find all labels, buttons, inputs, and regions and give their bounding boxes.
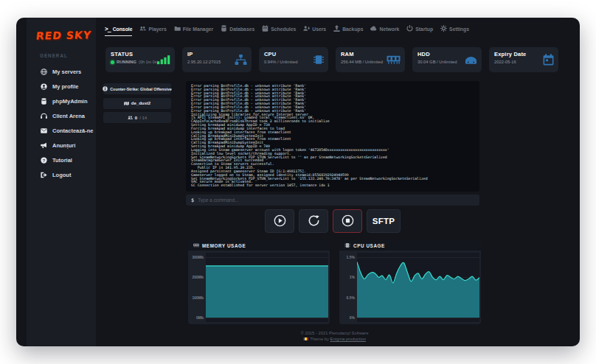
upload-icon — [333, 25, 340, 32]
cpu-plot-area — [357, 253, 479, 322]
sidebar-item-announcements[interactable]: Anunțuri — [27, 138, 96, 153]
console-log-text: Error parsing BotProfile.db - unknown at… — [191, 85, 474, 188]
romania-flag-icon — [303, 337, 308, 340]
network-icon — [235, 55, 247, 66]
logo-text: RED SKY — [35, 29, 92, 41]
y-axis-tick: 0.5% — [339, 295, 355, 300]
y-axis-tick: 0Mb — [188, 315, 204, 320]
tab-schedules[interactable]: Schedules — [262, 25, 296, 36]
y-axis-tick: 100Mb — [188, 295, 204, 300]
power-icon — [406, 25, 413, 32]
app-panel: RED SKY GENERAL My servers My profile ph… — [16, 18, 580, 346]
tab-players[interactable]: Players — [139, 25, 166, 36]
tab-label: Startup — [415, 27, 433, 32]
sidebar-item-label: Tutorial — [52, 157, 72, 164]
app-logo[interactable]: RED SKY — [35, 29, 97, 41]
contact-icon — [41, 127, 47, 134]
main-content: >_ Console Players File Manager Database… — [96, 18, 580, 346]
tab-label: File Manager — [183, 27, 214, 32]
chip-icon — [344, 242, 350, 248]
tab-network[interactable]: Network — [370, 25, 399, 36]
tab-file-manager[interactable]: File Manager — [174, 25, 214, 36]
sidebar-item-contact[interactable]: Contactează-ne — [27, 123, 96, 138]
calendar-icon — [543, 54, 554, 66]
memory-icon — [387, 55, 401, 64]
sftp-button[interactable]: SFTP — [367, 209, 401, 233]
sidebar-item-logout[interactable]: Logout — [27, 167, 96, 182]
start-button[interactable] — [265, 209, 294, 233]
theme-link[interactable]: Enigma production — [330, 337, 366, 341]
servers-icon — [41, 69, 47, 75]
restart-icon — [308, 214, 320, 227]
sftp-label: SFTP — [372, 217, 395, 225]
sidebar-item-label: Contactează-ne — [52, 127, 93, 134]
tab-startup[interactable]: Startup — [406, 25, 433, 36]
players-icon — [128, 115, 133, 120]
sidebar-item-my-profile[interactable]: My profile — [27, 79, 96, 94]
copyright-text: © 2015 - 2021 Pterodactyl Software — [188, 330, 481, 336]
command-bar: $ — [186, 195, 479, 206]
restart-button[interactable] — [299, 209, 328, 233]
sidebar-item-label: Anunțuri — [52, 142, 75, 149]
tab-label: Players — [148, 27, 166, 32]
game-name: Counter-Strike: Global Offensive — [110, 87, 172, 91]
status-card: STATUS RUNNING (0h 1m 0s) — [105, 47, 175, 72]
command-prompt: $ — [191, 197, 194, 203]
sidebar-item-client-arena[interactable]: Client Arena — [27, 108, 96, 123]
stop-button[interactable] — [333, 209, 362, 233]
chip-icon — [313, 54, 324, 66]
signal-bars-icon — [157, 55, 170, 65]
tab-console[interactable]: >_ Console — [105, 26, 132, 36]
sidebar-item-phpmyadmin[interactable]: phpMyAdmin — [27, 94, 96, 108]
tab-users[interactable]: Users — [303, 25, 326, 36]
sidebar-item-label: My servers — [52, 69, 81, 75]
client-arena-icon — [41, 113, 47, 119]
running-status-dot — [111, 60, 114, 64]
folder-icon — [174, 25, 181, 32]
y-axis-tick: 1% — [339, 275, 355, 279]
console-output[interactable]: Error parsing BotProfile.db - unknown at… — [186, 81, 479, 192]
tab-backups[interactable]: Backups — [333, 25, 363, 36]
tab-settings[interactable]: Settings — [440, 25, 469, 36]
sidebar-item-my-servers[interactable]: My servers — [27, 64, 96, 79]
sidebar-item-label: Logout — [52, 172, 71, 178]
tab-label: Users — [312, 27, 326, 32]
sidebar-item-label: phpMyAdmin — [52, 98, 88, 105]
players-online: 0 — [135, 116, 137, 120]
tab-label: Network — [379, 27, 399, 32]
map-name: de_dust2 — [131, 101, 150, 105]
game-name-chip: Counter-Strike: Global Offensive — [103, 83, 171, 94]
status-cards-row: STATUS RUNNING (0h 1m 0s) IP 2.95.20.12:… — [105, 47, 558, 72]
tab-label: Settings — [449, 27, 469, 32]
tab-databases[interactable]: Databases — [221, 25, 254, 36]
status-state: RUNNING — [117, 60, 136, 64]
logout-icon — [41, 172, 47, 178]
map-chip: de_dust2 — [103, 98, 171, 109]
phpmyadmin-icon — [41, 98, 47, 105]
terminal-icon: >_ — [105, 26, 111, 32]
sidebar: RED SKY GENERAL My servers My profile ph… — [27, 18, 96, 346]
sidebar-item-tutorial[interactable]: ? Tutorial — [27, 153, 96, 167]
tutorial-icon: ? — [41, 157, 47, 164]
footer: © 2015 - 2021 Pterodactyl Software Theme… — [188, 330, 481, 342]
memory-usage-chart: MEMORY USAGE 300Mb 200Mb 100Mb 0Mb — [188, 240, 330, 324]
chart-title: CPU USAGE — [353, 243, 385, 248]
sidebar-item-label: My profile — [52, 83, 78, 90]
play-circle-icon — [274, 214, 286, 227]
usage-charts-row: MEMORY USAGE 300Mb 200Mb 100Mb 0Mb CPU U… — [188, 240, 481, 324]
chart-title: MEMORY USAGE — [202, 243, 246, 248]
power-controls: SFTP — [186, 209, 479, 233]
memory-plot-area — [206, 253, 328, 322]
command-input[interactable] — [198, 197, 474, 203]
cpu-chart-header: CPU USAGE — [339, 240, 481, 251]
theme-credit-text: Theme by — [310, 337, 329, 341]
status-uptime: (0h 1m 0s) — [139, 60, 158, 64]
user-plus-icon — [303, 25, 310, 32]
y-axis-tick: 1.5% — [339, 255, 355, 259]
ram-card: RAM 256.44 MB / Unlimited — [336, 47, 405, 72]
announcements-icon — [41, 142, 47, 149]
calendar-icon — [262, 25, 268, 32]
server-tabs: >_ Console Players File Manager Database… — [105, 25, 469, 36]
svg-text:?: ? — [43, 158, 46, 162]
tab-label: Console — [113, 27, 133, 32]
